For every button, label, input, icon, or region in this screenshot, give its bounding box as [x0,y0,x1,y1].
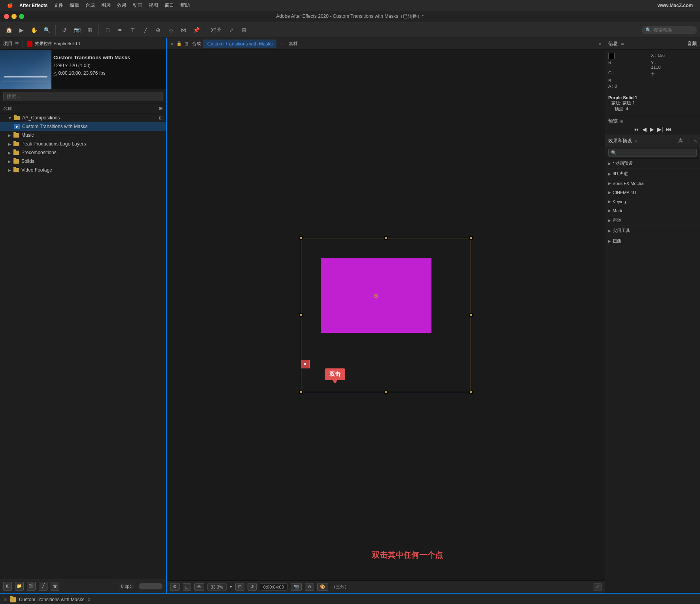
effect-distort[interactable]: ▶ 扭曲 [605,236,700,246]
effect-matte[interactable]: ▶ Matte [605,206,700,215]
tree-arrow-music[interactable]: ▶ [8,133,11,138]
zoom-dropdown-icon[interactable]: ▾ [230,584,232,589]
effect-utility[interactable]: ▶ 实用工具 [605,226,700,236]
prev-back-btn[interactable]: ◀ [642,126,647,132]
options-arrows-icon[interactable]: » [599,41,602,47]
tree-arrow-peak[interactable]: ▶ [8,142,11,146]
menu-window[interactable]: 窗口 [161,2,177,9]
mask-handle-br[interactable] [469,391,473,394]
mask-handle-ml[interactable] [299,313,303,317]
tree-custom-transitions[interactable]: ▶ Custom Transitions with Masks [0,122,166,131]
hand-tool[interactable]: ✋ [28,25,40,36]
tree-peak[interactable]: ▶ Peak Productions Logo Layers [0,140,166,148]
viewer-channel-btn[interactable]: ⊙ [305,583,314,591]
tree-arrow-precomps[interactable]: ▶ [8,151,11,155]
tree-aa-compositions[interactable]: ▼ AA_Compositions ⊞ [0,113,166,122]
expand-arrow[interactable]: ▼ [8,116,12,120]
snap-icon[interactable]: ⊞ [238,25,250,36]
mask-handle-bm[interactable] [384,391,388,394]
tree-solids[interactable]: ▶ Solids [0,157,166,166]
tree-music[interactable]: ▶ Music [0,131,166,140]
prev-play-btn[interactable]: ▶ [650,126,654,132]
effects-search-input[interactable] [608,149,697,157]
mask-handle-tm[interactable] [384,236,388,240]
comp-close-icon[interactable]: ✕ [170,41,174,47]
grid-tool[interactable]: ⊞ [84,25,95,36]
new-comp-button[interactable]: ⊞ [3,582,12,591]
viewer-expand-btn[interactable]: ⤢ [594,583,602,591]
lock-icon[interactable]: 🔒 [176,41,182,46]
effects-expand-icon[interactable]: » [694,138,697,144]
comp-menu-icon[interactable]: ≡ [280,41,283,47]
tree-precomps[interactable]: ▶ Precompositions [0,148,166,157]
bit-depth[interactable]: 8 bpc [119,583,134,589]
tree-arrow-video[interactable]: ▶ [8,168,11,172]
viewer-render-btn[interactable]: □ [183,583,191,591]
mask-handle-mr[interactable] [469,313,473,317]
effect-animation-presets[interactable]: ▶ * 动画预设 [605,159,700,169]
menu-help[interactable]: 帮助 [177,2,193,9]
viewer-snapshot-btn[interactable]: 📷 [291,583,302,591]
mask-handle-tl[interactable] [299,236,303,240]
align-icon[interactable]: 对齐 [208,25,224,36]
minimize-button[interactable] [11,14,17,19]
pin-tool[interactable]: 📌 [191,25,202,36]
footage-button[interactable]: 🎬 [27,582,36,591]
menu-view[interactable]: 视图 [146,2,161,9]
col-sort-icon[interactable]: ⊞ [159,106,163,111]
prev-fwd-btn[interactable]: ▶| [657,126,663,132]
menu-file[interactable]: 文件 [51,2,66,9]
apple-menu[interactable]: 🍎 [4,3,16,8]
tree-video[interactable]: ▶ Video Footage [0,166,166,174]
prev-last-btn[interactable]: ⏭ [666,126,672,132]
close-button[interactable] [4,14,9,19]
info-menu-icon[interactable]: ≡ [621,41,624,47]
rect-tool[interactable]: □ [102,25,113,36]
viewer-settings-btn[interactable]: ⚙ [170,583,180,591]
puppet-tool[interactable]: ⋈ [178,25,189,36]
rotate-tool[interactable]: ↺ [59,25,70,36]
viewer-layout-btn[interactable]: ⊞ [235,583,244,591]
plus-icon[interactable]: + [651,70,667,77]
effect-3d-channel[interactable]: ▶ 3D 声道 [605,169,700,179]
text-tool[interactable]: T [127,25,138,36]
brush-bottom-btn[interactable]: ╱ [39,582,47,591]
effect-keying[interactable]: ▶ Keying [605,197,700,206]
pen-tool[interactable]: ✒ [115,25,126,36]
panel-menu-icon[interactable]: ≡ [15,40,19,47]
timeline-menu-icon[interactable]: ≡ [87,597,90,602]
menu-layer[interactable]: 图层 [98,2,114,9]
prev-first-btn[interactable]: ⏮ [634,126,639,132]
comp-title-tab[interactable]: Custom Transitions with Masks [203,40,276,48]
effect-boris-fx[interactable]: ▶ Boris FX Mocha [605,179,700,188]
delete-button[interactable]: 🗑 [51,582,59,591]
eraser-tool[interactable]: ◇ [165,25,176,36]
time-display[interactable]: 0:00:04:03 [260,583,288,591]
menu-edit[interactable]: 编辑 [66,2,82,9]
mask-handle-bl[interactable] [299,391,303,394]
project-search-input[interactable] [3,92,163,101]
layer-anchor-box[interactable]: ■ [301,360,310,368]
preview-menu-icon[interactable]: ≡ [620,119,623,124]
zoom-tool[interactable]: 🔍 [41,25,52,36]
menu-effects[interactable]: 效果 [114,2,130,9]
select-tool[interactable]: ▶ [16,25,27,36]
viewer-eye-btn[interactable]: 👁 [194,583,204,591]
zoom-display[interactable]: 33.3% [207,583,227,591]
viewer-loop-btn[interactable]: ↺ [248,583,257,591]
toolbar-search[interactable]: 🔍 [641,26,697,34]
home-icon[interactable]: 🏠 [3,25,14,36]
menu-animation[interactable]: 动画 [130,2,146,9]
effect-channel[interactable]: ▶ 声道 [605,215,700,226]
viewer-color-btn[interactable]: 🎨 [317,583,328,591]
bit-depth-slider[interactable] [139,583,163,589]
mask-handle-tr[interactable] [469,236,473,240]
timeline-close-btn[interactable]: ✕ [3,597,7,602]
tree-arrow-solids[interactable]: ▶ [8,159,11,164]
maximize-button[interactable] [19,14,24,19]
brush-tool[interactable]: ╱ [140,25,151,36]
clone-tool[interactable]: ⊕ [153,25,164,36]
new-folder-button[interactable]: 📁 [15,582,24,591]
effects-menu-icon[interactable]: ≡ [634,138,637,144]
search-input[interactable] [653,27,693,33]
